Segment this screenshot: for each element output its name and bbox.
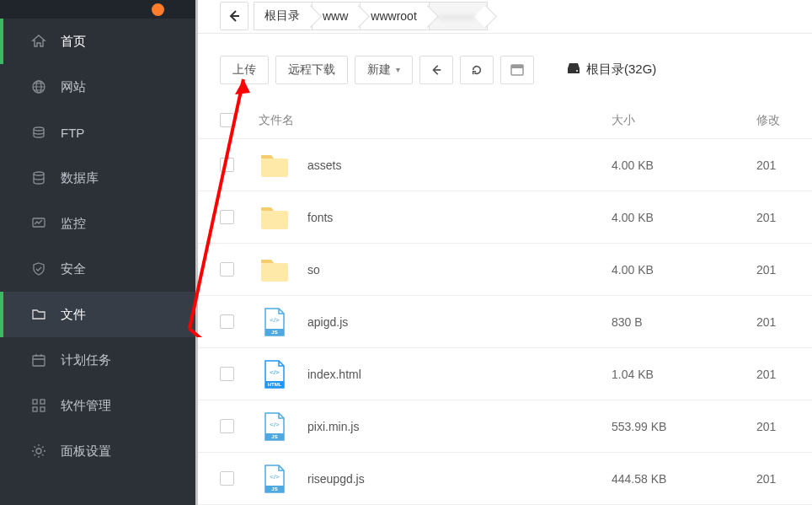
sidebar: 首页网站FTP数据库监控安全文件计划任务软件管理面板设置 [0,0,198,505]
sidebar-item-label: 监控 [61,216,86,232]
file-date: 201 [756,472,790,486]
svg-text:JS: JS [271,434,277,439]
svg-text:</>: </> [270,421,280,428]
row-checkbox[interactable] [220,158,234,172]
row-checkbox[interactable] [220,210,234,224]
row-checkbox[interactable] [220,367,234,381]
file-row[interactable]: </>JSapigd.js830 B201 [198,296,812,348]
sidebar-item-database[interactable]: 数据库 [0,155,195,201]
file-name: so [307,263,320,277]
file-js-icon: </>JS [259,306,291,338]
svg-rect-5 [33,356,45,366]
sidebar-item-label: 数据库 [61,170,99,186]
svg-text:</>: </> [270,368,280,376]
svg-rect-14 [261,158,288,177]
breadcrumb-bar: 根目录wwwwwwroot——— [198,0,812,34]
undo-button[interactable] [419,56,453,84]
sidebar-item-label: 首页 [61,34,86,50]
breadcrumb-label: wwwroot [371,9,416,23]
svg-point-10 [36,449,41,454]
sidebar-item-apps[interactable]: 软件管理 [0,383,195,428]
sidebar-item-label: 文件 [61,307,86,323]
calendar-icon [30,352,47,368]
svg-rect-4 [33,218,45,227]
sidebar-item-label: 面板设置 [61,443,111,459]
sidebar-item-shield[interactable]: 安全 [0,246,195,292]
remote-download-button[interactable]: 远程下载 [275,56,348,84]
svg-text:HTML: HTML [268,382,282,387]
disk-icon [566,62,581,78]
file-js-icon: </>JS [259,463,291,495]
refresh-button[interactable] [460,56,494,84]
row-checkbox[interactable] [220,262,234,277]
gear-icon [30,443,47,459]
breadcrumb-label: ——— [440,9,475,23]
sidebar-item-gear[interactable]: 面板设置 [0,428,195,474]
shield-icon [30,261,47,277]
file-size: 1.04 KB [612,368,756,381]
sidebar-item-label: 计划任务 [61,352,111,368]
file-row[interactable]: assets4.00 KB201 [198,139,812,191]
col-size-header[interactable]: 大小 [612,113,756,128]
view-button[interactable] [500,56,534,84]
sidebar-item-calendar[interactable]: 计划任务 [0,337,195,383]
file-date: 201 [756,263,790,277]
folder-icon [259,254,291,286]
select-all-checkbox[interactable] [220,113,234,127]
sidebar-item-label: 软件管理 [61,398,111,414]
file-row[interactable]: so4.00 KB201 [198,244,812,296]
file-date: 201 [756,315,790,329]
file-size: 4.00 KB [612,211,756,224]
file-date: 201 [756,158,790,172]
svg-rect-15 [261,211,288,229]
file-name: apigd.js [307,315,348,329]
new-button[interactable]: 新建 [355,56,413,84]
row-checkbox[interactable] [220,314,234,329]
ftp-icon [30,124,47,141]
file-list: assets4.00 KB201fonts4.00 KB201so4.00 KB… [198,139,812,505]
file-date: 201 [756,420,790,433]
file-name: index.html [307,368,361,381]
database-icon [30,169,47,186]
file-date: 201 [756,211,790,224]
file-size: 4.00 KB [612,158,756,172]
svg-rect-9 [40,407,45,411]
row-checkbox[interactable] [220,471,234,486]
back-button[interactable] [220,2,248,30]
apps-icon [30,397,47,414]
file-name: assets [307,158,341,172]
folder-icon [259,149,291,181]
breadcrumb-item[interactable]: 根目录 [254,2,313,30]
file-name: riseupgd.js [307,472,365,486]
toolbar: 上传 远程下载 新建 根目录(32G) [198,56,812,103]
svg-rect-8 [33,407,37,411]
col-date-header[interactable]: 修改 [756,113,790,128]
disk-label: 根目录(32G) [586,62,656,78]
sidebar-top [0,0,195,19]
status-dot-icon [152,3,164,16]
file-size: 444.58 KB [612,472,756,486]
file-size: 830 B [612,315,756,329]
svg-point-13 [576,70,578,72]
file-js-icon: </>JS [259,411,291,443]
disk-info: 根目录(32G) [566,62,656,78]
svg-rect-7 [40,400,45,404]
col-name-header[interactable]: 文件名 [259,113,612,128]
row-checkbox[interactable] [220,419,234,433]
sidebar-item-globe[interactable]: 网站 [0,64,195,110]
file-row[interactable]: </>HTMLindex.html1.04 KB201 [198,348,812,400]
sidebar-item-ftp[interactable]: FTP [0,110,195,155]
svg-text:JS: JS [271,486,277,492]
breadcrumb-item[interactable]: wwwroot [361,2,429,30]
file-row[interactable]: fonts4.00 KB201 [198,191,812,244]
sidebar-item-monitor[interactable]: 监控 [0,201,195,246]
file-row[interactable]: </>JSriseupgd.js444.58 KB201 [198,453,812,505]
upload-button[interactable]: 上传 [220,56,269,84]
sidebar-item-home[interactable]: 首页 [0,19,195,64]
sidebar-item-folder[interactable]: 文件 [0,292,195,337]
svg-point-3 [34,172,44,175]
file-row[interactable]: </>JSpixi.min.js553.99 KB201 [198,400,812,453]
file-html-icon: </>HTML [259,358,291,390]
main-panel: 根目录wwwwwwroot——— 上传 远程下载 新建 根目录(32G) 文件名… [198,0,812,505]
breadcrumb-label: 根目录 [264,8,300,24]
